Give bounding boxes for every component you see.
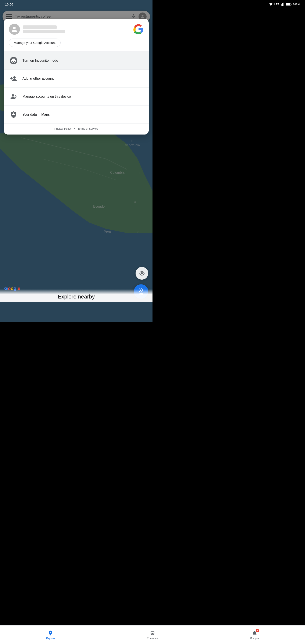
account-modal: Manage your Google Account Turn on Incog… (4, 19, 149, 134)
explore-nearby-title: Explore nearby (58, 294, 95, 300)
terms-of-service-link[interactable]: Terms of Service (78, 127, 98, 130)
add-account-item[interactable]: Add another account (4, 70, 149, 88)
svg-rect-23 (12, 59, 15, 61)
google-logo (134, 24, 144, 34)
privacy-row: Privacy Policy ● Terms of Service (4, 124, 149, 134)
add-account-icon-wrap (9, 74, 18, 83)
status-time: 10:00 (5, 2, 13, 6)
privacy-policy-link[interactable]: Privacy Policy (54, 127, 72, 130)
incognito-mode-item[interactable]: Turn on Incognito mode (4, 52, 149, 70)
manage-accounts-item[interactable]: Manage accounts on this device (4, 88, 149, 106)
manage-accounts-icon-wrap (9, 92, 18, 101)
user-email-redacted (23, 30, 65, 33)
incognito-icon-wrap (9, 56, 18, 65)
manage-accounts-label: Manage accounts on this device (22, 95, 71, 98)
incognito-label: Turn on Incognito mode (22, 59, 58, 62)
manage-accounts-icon (10, 93, 17, 100)
add-account-icon (10, 75, 17, 82)
shield-icon (10, 111, 17, 118)
data-maps-icon-wrap (9, 110, 18, 119)
data-maps-label: Your data in Maps (22, 113, 50, 116)
locate-icon (139, 270, 145, 276)
locate-fab[interactable] (136, 267, 148, 280)
manage-btn-wrap: Manage your Google Account (4, 38, 149, 52)
status-bar: 10:00 LTE 100% (0, 0, 152, 8)
user-name-block (23, 26, 65, 33)
user-info (9, 24, 65, 35)
incognito-icon (10, 56, 18, 64)
user-name-redacted (23, 26, 57, 29)
manage-google-account-button[interactable]: Manage your Google Account (9, 38, 60, 47)
add-account-label: Add another account (22, 77, 54, 80)
dot-separator: ● (74, 128, 75, 130)
modal-header (4, 19, 149, 38)
avatar (9, 24, 20, 35)
data-maps-item[interactable]: Your data in Maps (4, 106, 149, 124)
